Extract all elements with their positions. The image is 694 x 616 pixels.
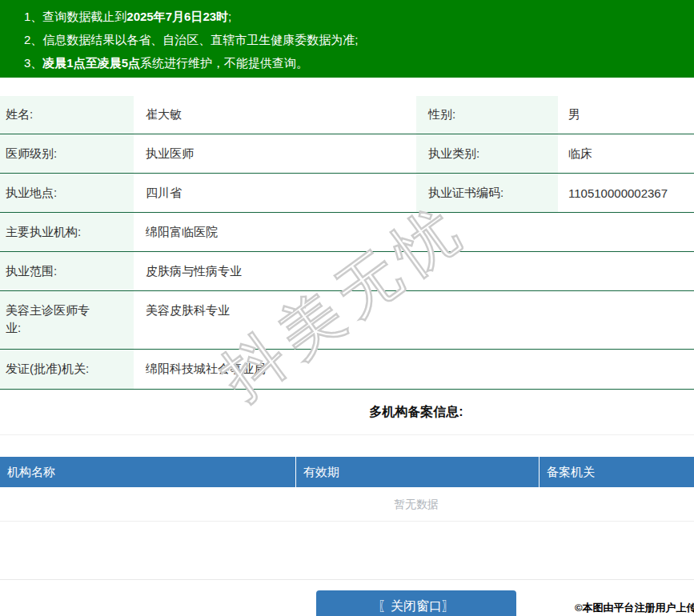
table-row: 医师级别: 执业医师 执业类别: 临床 <box>0 134 694 174</box>
notice-text: 系统进行维护，不能提供查询。 <box>140 56 308 70</box>
practice-category-label: 执业类别: <box>416 134 558 173</box>
column-header-validity: 有效期 <box>296 457 540 487</box>
backup-table-header: 机构名称 有效期 备案机关 <box>0 457 694 487</box>
name-label: 姓名: <box>0 96 134 134</box>
table-row: 姓名: 崔大敏 性别: 男 <box>0 96 694 134</box>
footer-spacer <box>0 522 694 579</box>
gender-value: 男 <box>558 96 694 134</box>
table-row: 执业地点: 四川省 执业证书编码: 110510000002367 <box>0 174 694 213</box>
main-org-value: 绵阳富临医院 <box>134 213 694 251</box>
notice-banner: 1、查询数据截止到2025年7月6日23时; 2、信息数据结果以各省、自治区、直… <box>0 0 694 78</box>
practice-scope-label: 执业范围: <box>0 252 134 290</box>
notice-text: 信息数据结果以各省、自治区、直辖市卫生健康委数据为准; <box>42 33 358 46</box>
practice-location-label: 执业地点: <box>0 174 134 212</box>
doctor-level-label: 医师级别: <box>0 134 134 173</box>
close-window-button[interactable]: 〖关闭窗口〗 <box>316 590 516 616</box>
notice-number: 3、 <box>24 56 42 70</box>
banner-gap <box>0 78 694 96</box>
main-org-label: 主要执业机构: <box>0 213 134 251</box>
practice-category-value: 临床 <box>558 134 694 173</box>
column-header-org-name: 机构名称 <box>0 457 296 487</box>
issuing-authority-label: 发证(批准)机关: <box>0 350 134 389</box>
backup-info-title: 多机构备案信息: <box>0 390 694 434</box>
notice-text: ; <box>228 10 231 23</box>
certificate-number-value: 110510000002367 <box>558 174 694 212</box>
notice-line-1: 1、查询数据截止到2025年7月6日23时; <box>24 5 694 28</box>
query-result-page: 1、查询数据截止到2025年7月6日23时; 2、信息数据结果以各省、自治区、直… <box>0 0 694 616</box>
notice-text: 查询数据截止到 <box>42 10 126 23</box>
table-row: 美容主诊医师专业: 美容皮肤科专业 <box>0 291 694 350</box>
empty-data-text: 暂无数据 <box>0 487 694 522</box>
cosmetic-specialty-label: 美容主诊医师专业: <box>0 291 134 349</box>
gender-label: 性别: <box>416 96 558 134</box>
practice-scope-value: 皮肤病与性病专业 <box>134 252 694 290</box>
notice-line-3: 3、凌晨1点至凌晨5点系统进行维护，不能提供查询。 <box>24 51 694 74</box>
practice-location-value: 四川省 <box>134 174 416 212</box>
doctor-level-value: 执业医师 <box>134 134 416 173</box>
table-row: 主要执业机构: 绵阳富临医院 <box>0 213 694 252</box>
issuing-authority-value: 绵阳科技城社会事业局 <box>134 350 694 389</box>
name-value: 崔大敏 <box>134 96 416 134</box>
notice-number: 1、 <box>24 10 42 23</box>
notice-bold-text: 2025年7月6日23时 <box>126 10 228 23</box>
footer: 〖关闭窗口〗 <box>0 579 694 616</box>
column-header-filing-authority: 备案机关 <box>540 457 694 487</box>
table-row: 执业范围: 皮肤病与性病专业 <box>0 252 694 291</box>
doctor-detail-table: 姓名: 崔大敏 性别: 男 医师级别: 执业医师 执业类别: 临床 执业地点: … <box>0 96 694 390</box>
section-divider <box>0 434 694 435</box>
cosmetic-specialty-value: 美容皮肤科专业 <box>134 291 694 349</box>
notice-number: 2、 <box>24 33 42 46</box>
certificate-number-label: 执业证书编码: <box>416 174 558 212</box>
notice-line-2: 2、信息数据结果以各省、自治区、直辖市卫生健康委数据为准; <box>24 28 694 51</box>
table-row: 发证(批准)机关: 绵阳科技城社会事业局 <box>0 350 694 390</box>
notice-bold-text: 凌晨1点至凌晨5点 <box>42 56 140 70</box>
